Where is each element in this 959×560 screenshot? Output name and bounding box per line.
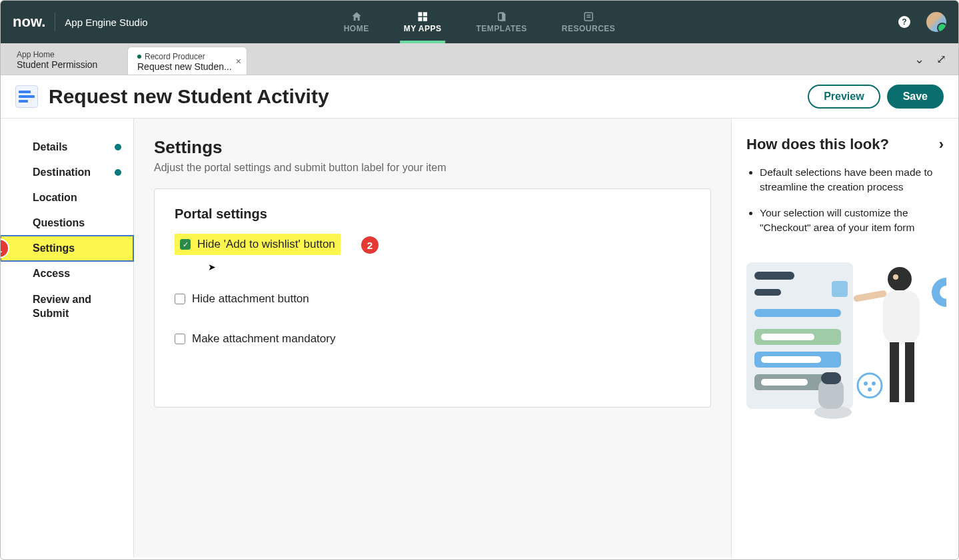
home-icon [351, 11, 363, 23]
top-header: now. App Engine Studio HOME MY APPS TEMP… [1, 1, 958, 43]
svg-rect-20 [890, 342, 899, 402]
option-hide-wishlist[interactable]: ✓ Hide 'Add to wishlist' button [175, 234, 341, 255]
help-illustration [746, 256, 944, 442]
svg-point-29 [872, 382, 876, 386]
svg-point-30 [868, 388, 872, 392]
sidebar-item-details[interactable]: Details [1, 135, 133, 160]
content-subheading: Adjust the portal settings and submit bu… [154, 162, 711, 174]
help-pane: How does this look? › Default selections… [732, 119, 958, 557]
nav-resources[interactable]: RESOURCES [558, 1, 620, 43]
option-label: Make attachment mandatory [192, 332, 335, 346]
nav-home-label: HOME [344, 24, 369, 33]
sidebar-label: Review and Submit [33, 294, 91, 319]
svg-rect-12 [761, 334, 814, 340]
option-hide-attachment[interactable]: Hide attachment button [175, 287, 690, 311]
sidebar-label: Questions [33, 217, 85, 228]
sidebar-label: Destination [33, 166, 91, 178]
svg-rect-2 [418, 17, 422, 21]
unsaved-dot-icon [137, 55, 141, 59]
cursor-icon: ➤ [208, 262, 216, 272]
chevron-down-icon[interactable]: ⌄ [914, 52, 924, 67]
top-right: ? [898, 12, 946, 32]
option-label: Hide attachment button [192, 292, 309, 306]
svg-point-28 [864, 382, 868, 386]
help-header: How does this look? › [746, 136, 944, 153]
svg-rect-3 [423, 17, 427, 21]
svg-point-18 [893, 274, 898, 280]
brand-divider [55, 13, 55, 31]
page-header: Request new Student Activity Preview Sav… [1, 75, 958, 119]
main: Details Destination Location Questions 1… [1, 119, 958, 557]
brand-product: App Engine Studio [65, 17, 147, 28]
svg-rect-9 [754, 289, 781, 296]
sidebar-label: Details [33, 141, 67, 152]
option-label: Hide 'Add to wishlist' button [197, 238, 335, 251]
sidebar-label: Settings [33, 242, 75, 254]
svg-rect-0 [418, 12, 422, 16]
templates-icon [496, 11, 508, 23]
chevron-right-icon[interactable]: › [939, 136, 944, 153]
tabs-bar: App Home Student Permission Record Produ… [1, 43, 958, 75]
brand-block: now. App Engine Studio [13, 13, 148, 31]
sidebar-item-destination[interactable]: Destination [1, 160, 133, 185]
checkbox-hide-attachment[interactable] [175, 294, 185, 304]
tab-app-home[interactable]: App Home Student Permission [7, 43, 127, 75]
svg-rect-1 [423, 12, 427, 16]
page-actions: Preview Save [808, 85, 944, 109]
svg-rect-10 [754, 309, 841, 317]
expand-icon[interactable]: ⤢ [936, 52, 946, 67]
annotation-badge-1: 1 [1, 240, 8, 257]
checkbox-mandatory-attachment[interactable] [175, 334, 185, 344]
nav-home[interactable]: HOME [340, 1, 373, 43]
portal-settings-panel: Portal settings ✓ Hide 'Add to wishlist'… [154, 188, 711, 408]
annotation-badge-2: 2 [361, 236, 379, 254]
content-heading: Settings [154, 137, 711, 158]
svg-rect-23 [832, 281, 848, 297]
sidebar-item-questions[interactable]: Questions [1, 210, 133, 236]
tabs-right: ⌄ ⤢ [914, 43, 958, 75]
sidebar: Details Destination Location Questions 1… [1, 119, 134, 557]
sidebar-item-location[interactable]: Location [1, 185, 133, 210]
page-title: Request new Student Activity [49, 85, 329, 108]
content: Settings Adjust the portal settings and … [134, 119, 732, 557]
help-bullet: Your selection will customize the "Check… [760, 206, 944, 236]
close-icon[interactable]: × [236, 56, 241, 67]
sidebar-item-access[interactable]: Access [1, 261, 133, 286]
nav-myapps-label: MY APPS [404, 24, 442, 33]
svg-point-27 [858, 374, 882, 398]
option-mandatory-attachment[interactable]: Make attachment mandatory [175, 327, 690, 351]
svg-rect-26 [821, 372, 841, 384]
tab2-bottom: Request new Studen... [137, 61, 237, 72]
svg-point-17 [888, 267, 912, 291]
nav-templates[interactable]: TEMPLATES [473, 1, 531, 43]
tab-record-producer[interactable]: Record Producer Request new Studen... × [127, 47, 247, 75]
avatar[interactable] [926, 12, 946, 32]
status-dot-icon [115, 144, 121, 150]
top-nav: HOME MY APPS TEMPLATES RESOURCES [340, 1, 620, 43]
sidebar-label: Access [33, 268, 70, 279]
svg-rect-16 [761, 379, 808, 386]
help-icon[interactable]: ? [898, 16, 910, 28]
tab1-bottom: Student Permission [17, 59, 118, 70]
help-title: How does this look? [746, 136, 889, 153]
brand-logo: now. [13, 13, 45, 31]
svg-rect-8 [754, 272, 794, 280]
svg-rect-21 [905, 342, 914, 402]
form-icon [15, 85, 38, 108]
tab2-top-label: Record Producer [145, 52, 205, 61]
nav-resources-label: RESOURCES [562, 24, 616, 33]
save-button[interactable]: Save [887, 85, 944, 109]
checkbox-hide-wishlist[interactable]: ✓ [180, 239, 191, 250]
resources-icon [582, 11, 594, 23]
nav-templates-label: TEMPLATES [477, 24, 527, 33]
help-bullet: Default selections have been made to str… [760, 165, 944, 195]
sidebar-item-settings[interactable]: 1 Settings [1, 236, 133, 261]
tab2-top: Record Producer [137, 52, 237, 61]
preview-button[interactable]: Preview [808, 85, 880, 109]
status-dot-icon [115, 169, 121, 176]
help-list: Default selections have been made to str… [746, 165, 944, 236]
svg-rect-19 [883, 290, 920, 344]
nav-myapps[interactable]: MY APPS [400, 1, 446, 43]
sidebar-item-review[interactable]: Review and Submit [1, 286, 133, 328]
svg-rect-14 [761, 356, 821, 363]
